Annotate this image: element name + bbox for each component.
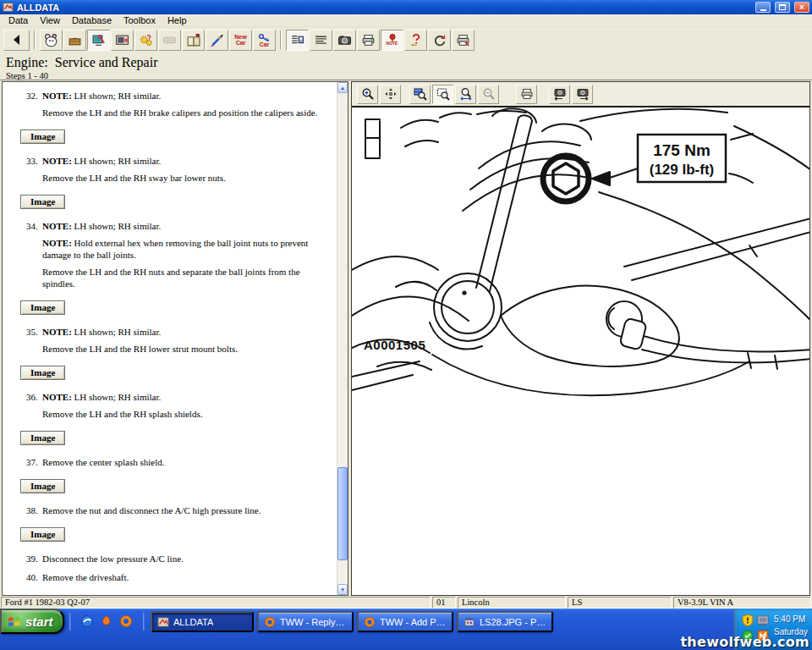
note-button[interactable]: NOTE	[381, 30, 403, 51]
scroll-up-button[interactable]: ▲	[337, 82, 348, 93]
step-number: 40.	[26, 571, 42, 588]
print-setup-button[interactable]	[452, 30, 475, 51]
next-image-button[interactable]	[572, 85, 593, 104]
menu-help[interactable]: Help	[162, 15, 193, 25]
step-number: 36.	[26, 391, 42, 425]
repair-info-button[interactable]	[87, 30, 110, 51]
menu-toolbox[interactable]: Toolbox	[118, 15, 162, 25]
task-tww-reply[interactable]: TWW - Reply to Topic...	[257, 611, 354, 632]
taskbar-divider[interactable]	[69, 612, 72, 631]
text-only-view-button[interactable]	[310, 30, 332, 51]
print-image-button[interactable]	[516, 85, 537, 104]
image-button[interactable]: Image	[20, 479, 65, 493]
pan-button[interactable]	[380, 85, 401, 104]
zoom-in-icon	[361, 87, 375, 101]
refresh-button[interactable]	[428, 30, 451, 51]
image-button[interactable]: Image	[20, 431, 65, 445]
torque-value-imperial: (129 lb-ft)	[650, 162, 715, 178]
text-and-images-view-button[interactable]	[286, 30, 309, 51]
scroll-down-button[interactable]: ▼	[337, 584, 348, 595]
step-text: Remove the LH and the RH nuts and separa…	[42, 266, 330, 289]
quicklaunch-mail-icon[interactable]	[100, 614, 113, 628]
start-button[interactable]: start	[0, 609, 64, 634]
taskbar-divider[interactable]	[143, 612, 145, 631]
new-car-button[interactable]: New Car	[229, 30, 252, 51]
scrollbar-track[interactable]	[337, 93, 348, 584]
gears-button[interactable]	[134, 30, 157, 51]
image-button[interactable]: Image	[20, 527, 65, 542]
procedure-step: 38.Remove the nut and disconnect the A/C…	[20, 504, 330, 542]
task-label: TWW - Add Photos - ...	[380, 617, 447, 627]
images-view-button[interactable]	[333, 30, 356, 51]
tv-icon	[115, 33, 129, 47]
paint-brush-button[interactable]	[206, 30, 228, 51]
step-text: Remove the LH and the RH brake calipers …	[42, 107, 330, 118]
mascot-button[interactable]	[40, 30, 63, 51]
help-button[interactable]	[404, 30, 427, 51]
printer-icon	[361, 33, 376, 47]
quicklaunch-browser-icon[interactable]	[80, 614, 94, 628]
renew-button-disabled	[158, 30, 181, 51]
image-viewer-panel: 175 Nm (129 lb-ft) A0001505	[351, 81, 810, 596]
brush-icon	[210, 33, 224, 47]
shop-manual-button[interactable]	[182, 30, 205, 51]
vertical-scrollbar[interactable]: ▲ ▼	[337, 82, 348, 595]
car-key-button[interactable]: Car	[253, 30, 276, 51]
taskbar: start ALLDATA	[0, 609, 812, 650]
previous-image-button[interactable]	[549, 85, 570, 104]
task-paint[interactable]: LS28.JPG - Paint	[457, 611, 553, 632]
display-tray-icon[interactable]	[756, 614, 770, 627]
step-text: Remove the center splash shield.	[42, 456, 330, 468]
quick-launch	[75, 609, 138, 634]
menu-view[interactable]: View	[34, 15, 66, 25]
image-button[interactable]: Image	[20, 366, 65, 380]
procedure-step: 33.NOTE: LH shown; RH similar.Remove the…	[20, 155, 330, 209]
task-label: ALLDATA	[173, 617, 213, 627]
security-shield-icon[interactable]	[741, 614, 754, 627]
scrollbar-thumb[interactable]	[337, 467, 348, 560]
maximize-button[interactable]	[775, 2, 790, 13]
book-icon	[186, 33, 200, 47]
back-button[interactable]	[3, 30, 30, 51]
page-subtitle: Steps 1 - 40	[6, 71, 806, 80]
task-alldata[interactable]: ALLDATA	[151, 611, 254, 632]
procedure-step: 36.NOTE: LH shown; RH similar.Remove the…	[20, 391, 330, 445]
close-button[interactable]: ×	[794, 2, 809, 13]
quicklaunch-firefox-icon[interactable]	[119, 614, 133, 628]
fit-width-icon	[459, 87, 473, 101]
procedure-step: 40.Remove the driveshaft.	[20, 571, 330, 588]
question-key-icon	[409, 33, 423, 47]
pan-arrows-icon	[384, 87, 398, 101]
steps-list: 32.NOTE: LH shown; RH similar.Remove the…	[3, 82, 337, 595]
figure-id-label: A0001505	[364, 338, 425, 352]
app-icon	[3, 2, 14, 13]
printer-setup-icon	[456, 33, 470, 47]
tsb-tv-button[interactable]	[111, 30, 134, 51]
image-button[interactable]: Image	[20, 129, 65, 144]
zoom-in-button[interactable]	[357, 85, 378, 104]
gears-icon	[139, 33, 153, 47]
print-button[interactable]	[357, 30, 380, 51]
step-text: NOTE: LH shown; RH similar.	[42, 90, 330, 102]
menu-data[interactable]: Data	[3, 15, 34, 25]
step-text: NOTE: LH shown; RH similar.	[42, 326, 330, 338]
status-model: LS	[568, 597, 672, 609]
menubar: Data View Database Toolbox Help	[0, 14, 812, 27]
task-tww-add-photos[interactable]: TWW - Add Photos - ...	[357, 611, 453, 632]
image-button[interactable]: Image	[20, 300, 65, 315]
actual-size-button[interactable]	[409, 85, 431, 104]
fit-to-window-button[interactable]	[432, 85, 453, 104]
status-database-version: Ford #1 1982-03 Q2-07	[1, 597, 431, 609]
procedure-step: 35.NOTE: LH shown; RH similar.Remove the…	[20, 326, 330, 380]
fit-width-button[interactable]	[455, 85, 476, 104]
alldata-task-icon	[157, 616, 169, 628]
menu-database[interactable]: Database	[66, 15, 118, 25]
content-area: 32.NOTE: LH shown; RH similar.Remove the…	[0, 80, 812, 597]
toolbox-button[interactable]	[63, 30, 86, 51]
paint-icon	[464, 616, 475, 628]
start-label: start	[25, 614, 53, 629]
step-text: Remove the LH and the RH lower strut mou…	[42, 343, 330, 355]
minimize-button[interactable]	[755, 2, 771, 13]
image-button[interactable]: Image	[20, 195, 65, 209]
list-images-icon	[290, 33, 304, 47]
